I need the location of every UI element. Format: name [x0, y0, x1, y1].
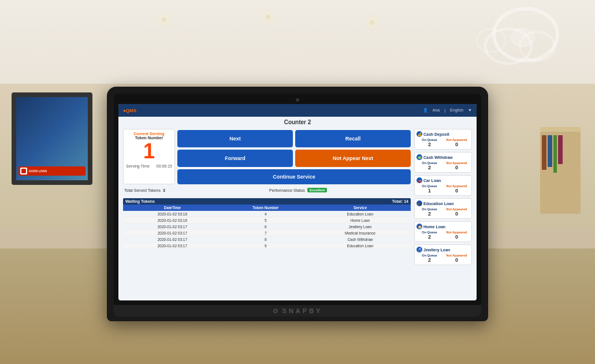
- action-buttons-area: Next Recall Forward Not Appear Next Cont…: [177, 129, 411, 184]
- spot-light-2: [266, 14, 270, 19]
- total-served-value: 3: [163, 188, 165, 192]
- service-stats: On Queue 2 Not Appeared 0: [416, 231, 470, 240]
- token-card: Current Serving Token Number 1 Serving T…: [123, 129, 175, 184]
- cell-service: Home Loan: [310, 217, 411, 224]
- performance-stat: Performance Status Excellent: [269, 188, 410, 192]
- service-stats: On Queue 2 Not Appeared 0: [416, 161, 470, 170]
- on-queue-stat: On Queue 2: [416, 231, 442, 240]
- cell-datetime: 2020-01-02 03:16: [123, 217, 222, 224]
- waiting-section: Waiting Tokens Total: 14 DateTime Token …: [123, 198, 411, 249]
- on-queue-value: 2: [416, 257, 442, 263]
- on-queue-value: 2: [416, 211, 442, 217]
- user-label: Ana: [433, 108, 440, 113]
- camera-dot: [296, 98, 299, 102]
- qms-header: ●QMS 👤 Ana | English ▼: [118, 104, 477, 117]
- on-queue-value: 2: [416, 234, 442, 240]
- waiting-header: Waiting Tokens Total: 14: [123, 198, 411, 205]
- table-row: 2020-01-02 03:16 5 Home Loan: [123, 217, 411, 224]
- cell-datetime: 2020-01-02 03:17: [123, 224, 222, 230]
- service-name: Home Loan: [423, 225, 445, 229]
- total-served-label: Total Served Tokens: [124, 188, 161, 192]
- header-right: 👤 Ana | English ▼: [423, 108, 472, 113]
- on-queue-value: 2: [416, 142, 442, 147]
- service-name: Car Loan: [423, 179, 441, 183]
- service-card-education-loan: 🎓 Education Loan On Queue 2 Not Appeared…: [414, 198, 472, 219]
- not-appear-next-button[interactable]: Not Appear Next: [295, 150, 411, 167]
- cell-token: 5: [222, 217, 310, 224]
- service-name: Education Loan: [423, 202, 454, 206]
- action-buttons: Next Recall Forward Not Appear Next: [177, 130, 411, 167]
- service-card-car-loan: 🚗 Car Loan On Queue 1 Not Appeared 0: [414, 175, 472, 196]
- on-queue-stat: On Queue 1: [416, 184, 442, 194]
- col-datetime: DateTime: [123, 205, 222, 211]
- svg-point-3: [511, 29, 534, 46]
- service-stats: On Queue 1 Not Appeared 0: [416, 184, 470, 194]
- qms-right: 💰 Cash Deposit On Queue 2 Not Appeared 0…: [414, 129, 472, 298]
- cell-token: 8: [222, 236, 310, 243]
- total-served-stat: Total Served Tokens 3: [124, 188, 265, 192]
- serving-time-value: 00:06:15: [157, 164, 172, 168]
- service-stats: On Queue 2 Not Appeared 0: [416, 138, 470, 147]
- recall-button[interactable]: Recall: [295, 130, 411, 147]
- not-appeared-value: 0: [444, 142, 470, 147]
- brand-symbol: ⊙: [273, 307, 280, 315]
- token-and-buttons: Current Serving Token Number 1 Serving T…: [123, 129, 411, 184]
- table-row: 2020-01-02 03:17 6 Jewllery Loan: [123, 224, 411, 230]
- cell-token: 9: [222, 243, 310, 249]
- qms-main: Current Serving Token Number 1 Serving T…: [118, 127, 477, 300]
- not-appeared-value: 0: [444, 257, 470, 263]
- cell-service: Medical Insurance: [310, 230, 411, 236]
- not-appeared-stat: Not Appeared 0: [444, 207, 470, 217]
- on-queue-stat: On Queue 2: [416, 207, 442, 217]
- cell-service: Jewllery Loan: [310, 224, 411, 230]
- waiting-title: Waiting Tokens: [125, 199, 155, 203]
- cell-service: Cash Withdraw: [310, 236, 411, 243]
- ceiling-light-group: [445, 6, 560, 77]
- service-icon: 💍: [416, 247, 422, 252]
- on-queue-value: 2: [416, 165, 442, 170]
- left-tv: GOOD LOAN: [12, 92, 92, 185]
- not-appeared-stat: Not Appeared 0: [444, 138, 470, 147]
- service-card-header: 💵 Cash Withdraw: [416, 154, 470, 160]
- service-card-cash-deposit: 💰 Cash Deposit On Queue 2 Not Appeared 0: [414, 129, 472, 150]
- counter-title: Counter 2: [118, 117, 477, 127]
- service-icon: 🏠: [416, 224, 422, 229]
- right-shelf: [540, 127, 581, 214]
- laptop: ●QMS 👤 Ana | English ▼ Counter 2: [107, 87, 488, 321]
- screen-bezel: ●QMS 👤 Ana | English ▼ Counter 2: [114, 94, 481, 305]
- spot-light-1: [162, 17, 166, 22]
- waiting-total: Total: 14: [392, 199, 408, 203]
- service-card-header: 🏠 Home Loan: [416, 224, 470, 229]
- qms-screen: ●QMS 👤 Ana | English ▼ Counter 2: [118, 104, 477, 300]
- not-appeared-value: 0: [444, 165, 470, 170]
- token-number-value: 1: [126, 140, 172, 163]
- service-name: Cash Deposit: [423, 132, 449, 136]
- service-card-cash-withdraw: 💵 Cash Withdraw On Queue 2 Not Appeared …: [414, 152, 472, 173]
- service-card-header: 🎓 Education Loan: [416, 200, 470, 206]
- table-row: 2020-01-02 03:16 4 Education Loan: [123, 211, 411, 217]
- cell-token: 6: [222, 224, 310, 230]
- stats-row: Total Served Tokens 3 Performance Status…: [123, 187, 411, 194]
- cell-datetime: 2020-01-02 03:17: [123, 243, 222, 249]
- table-header-row: DateTime Token Number Service: [123, 205, 411, 211]
- next-button[interactable]: Next: [177, 130, 293, 147]
- user-icon: 👤: [423, 108, 428, 113]
- service-icon: 🎓: [416, 200, 422, 206]
- current-serving-label: Current Serving: [126, 132, 172, 136]
- spot-light-3: [370, 20, 374, 25]
- room-background: GOOD LOAN: [0, 0, 595, 364]
- performance-value: Excellent: [307, 188, 327, 192]
- not-appeared-stat: Not Appeared 0: [444, 231, 470, 240]
- not-appeared-value: 0: [444, 211, 470, 217]
- on-queue-stat: On Queue 2: [416, 161, 442, 170]
- laptop-base: ⊙ SNAPBY: [114, 305, 481, 317]
- not-appeared-value: 0: [444, 234, 470, 240]
- continue-service-button[interactable]: Continue Service: [177, 169, 411, 184]
- forward-button[interactable]: Forward: [177, 150, 293, 167]
- service-card-jewllery-loan: 💍 Jewllery Loan On Queue 2 Not Appeared …: [414, 244, 472, 265]
- performance-label: Performance Status: [269, 188, 305, 192]
- cell-service: Education Loan: [310, 211, 411, 217]
- cell-token: 4: [222, 211, 310, 217]
- serving-time-row: Serving Time 00:06:15: [126, 164, 172, 168]
- table-row: 2020-01-02 03:17 7 Medical Insurance: [123, 230, 411, 236]
